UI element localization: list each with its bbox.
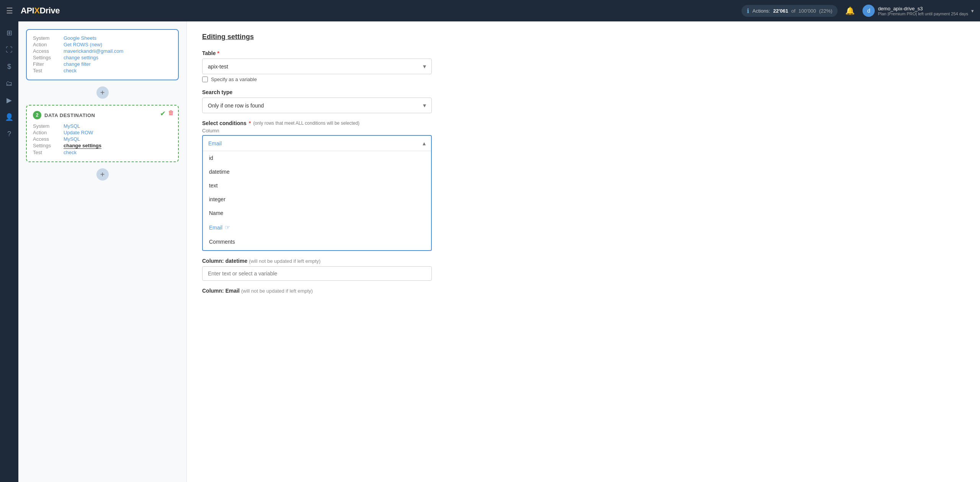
avatar: d (862, 5, 875, 17)
source-access-row: Access maverickandrii@gmail.com (33, 48, 172, 54)
column-header-label: Column (202, 128, 965, 134)
sidebar-item-profile[interactable]: 👤 (2, 110, 16, 124)
dest-settings-row: Settings change settings (33, 143, 172, 149)
dest-access-row: Access MySQL (33, 136, 172, 142)
dropdown-item-id[interactable]: id (203, 151, 431, 165)
search-type-label: Search type (202, 89, 965, 95)
dropdown-item-integer[interactable]: integer (203, 192, 431, 206)
dropdown-item-email-label: Email (209, 225, 222, 231)
dropdown-item-comments-label: Comments (209, 239, 235, 245)
dest-test-link[interactable]: check (64, 150, 77, 155)
user-section: d demo_apix-drive_s3 Plan |Premium PRO| … (862, 5, 974, 17)
source-card: System Google Sheets Action Get ROWS (ne… (26, 29, 179, 80)
sidebar-item-play[interactable]: ▶ (2, 93, 16, 107)
search-type-select[interactable]: Only if one row is found ▾ (202, 98, 432, 113)
sidebar-item-files[interactable]: 🗂 (2, 77, 16, 90)
conditions-label: Select conditions * (only rows that meet… (202, 120, 965, 126)
sidebar-item-billing[interactable]: $ (2, 60, 16, 73)
specify-variable-label: Specify as a variable (211, 77, 257, 82)
dropdown-item-name[interactable]: Name (203, 206, 431, 220)
dest-access-value[interactable]: MySQL (64, 136, 80, 142)
dest-test-label: Test (33, 150, 64, 155)
table-select[interactable]: apix-test ▾ (202, 59, 432, 74)
dropdown-header[interactable]: Email ▴ (203, 136, 431, 151)
dest-system-row: System MySQL (33, 123, 172, 129)
dropdown-list: id datetime text integer Name (203, 151, 431, 250)
source-filter-row: Filter change filter (33, 61, 172, 67)
source-test-label: Test (33, 68, 64, 73)
user-menu-chevron[interactable]: ▾ (971, 8, 974, 14)
table-label: Table * (202, 50, 965, 56)
source-system-value[interactable]: Google Sheets (64, 35, 96, 41)
sidebar: ⊞ ⛶ $ 🗂 ▶ 👤 ? (0, 21, 18, 482)
source-filter-link[interactable]: change filter (64, 61, 91, 67)
actions-label: Actions: (752, 8, 770, 14)
conditions-required: * (249, 120, 251, 126)
add-step-button-2[interactable]: + (96, 168, 109, 181)
dest-system-value[interactable]: MySQL (64, 123, 80, 129)
logo: APIXDrive (21, 6, 60, 16)
table-select-chevron: ▾ (423, 63, 426, 70)
dest-system-label: System (33, 123, 64, 129)
dropdown-item-phone[interactable]: Phone (203, 249, 431, 250)
actions-count: 22'061 (773, 8, 788, 14)
logo-text: APIXDrive (21, 6, 60, 16)
column-datetime-input[interactable] (202, 266, 432, 281)
topnav: ☰ APIXDrive ℹ Actions: 22'061 of 100'000… (0, 0, 980, 21)
source-access-label: Access (33, 48, 64, 54)
actions-total: 100'000 (799, 8, 816, 14)
source-system-row: System Google Sheets (33, 35, 172, 41)
dest-test-row: Test check (33, 150, 172, 155)
dropdown-item-text-label: text (209, 182, 218, 189)
sidebar-item-flows[interactable]: ⛶ (2, 43, 16, 57)
dest-check-icon: ✔ (160, 109, 166, 118)
specify-variable-row: Specify as a variable (202, 77, 965, 82)
sidebar-item-home[interactable]: ⊞ (2, 26, 16, 40)
source-system-label: System (33, 35, 64, 41)
dest-settings-label: Settings (33, 143, 64, 149)
add-step-button-1[interactable]: + (96, 86, 109, 99)
search-type-chevron: ▾ (423, 102, 426, 109)
logo-x: X (34, 6, 39, 15)
dest-action-value[interactable]: Update ROW (64, 130, 93, 135)
dest-settings-link[interactable]: change settings (64, 143, 101, 149)
dropdown-item-datetime-label: datetime (209, 169, 230, 175)
source-action-label: Action (33, 42, 64, 47)
column-dropdown[interactable]: Email ▴ id datetime text integer (202, 135, 432, 251)
conditions-label-text: Select conditions (202, 120, 247, 126)
dropdown-item-id-label: id (209, 155, 213, 161)
dropdown-item-text[interactable]: text (203, 179, 431, 192)
source-action-row: Action Get ROWS (new) (33, 42, 172, 47)
select-conditions-group: Select conditions * (only rows that meet… (202, 120, 965, 251)
dropdown-item-name-label: Name (209, 210, 223, 216)
column-datetime-group: Column: datetime (will not be updated if… (202, 258, 965, 281)
bell-button[interactable]: 🔔 (842, 3, 858, 18)
logo-api: API (21, 6, 34, 15)
table-required: * (217, 50, 219, 56)
source-test-link[interactable]: check (64, 68, 77, 73)
column-datetime-sublabel: (will not be updated if left empty) (249, 258, 320, 264)
source-settings-label: Settings (33, 55, 64, 60)
conditions-sublabel: (only rows that meet ALL conditions will… (253, 120, 359, 126)
source-filter-label: Filter (33, 61, 64, 67)
dest-trash-icon[interactable]: 🗑 (168, 109, 174, 116)
source-access-value[interactable]: maverickandrii@gmail.com (64, 48, 123, 54)
source-settings-link[interactable]: change settings (64, 55, 98, 60)
dropdown-chevron-up: ▴ (423, 140, 426, 147)
dropdown-item-integer-label: integer (209, 196, 225, 202)
dropdown-item-comments[interactable]: Comments (203, 235, 431, 249)
source-action-value[interactable]: Get ROWS (new) (64, 42, 102, 47)
actions-total-label: of (791, 8, 795, 14)
dropdown-item-datetime[interactable]: datetime (203, 165, 431, 179)
column-email-label: Column: Email (will not be updated if le… (202, 288, 965, 294)
dest-card: 2 DATA DESTINATION ✔ 🗑 System MySQL Acti… (26, 105, 179, 162)
dest-action-row: Action Update ROW (33, 130, 172, 135)
dropdown-item-email[interactable]: Email ☞ (203, 220, 431, 235)
flow-panel: System Google Sheets Action Get ROWS (ne… (18, 21, 187, 482)
cursor-icon: ☞ (225, 224, 230, 231)
logo-drive: Drive (39, 6, 60, 15)
sidebar-item-help[interactable]: ? (2, 127, 16, 141)
column-datetime-label: Column: datetime (will not be updated if… (202, 258, 965, 264)
specify-variable-checkbox[interactable] (202, 77, 208, 82)
hamburger-icon[interactable]: ☰ (6, 6, 13, 15)
